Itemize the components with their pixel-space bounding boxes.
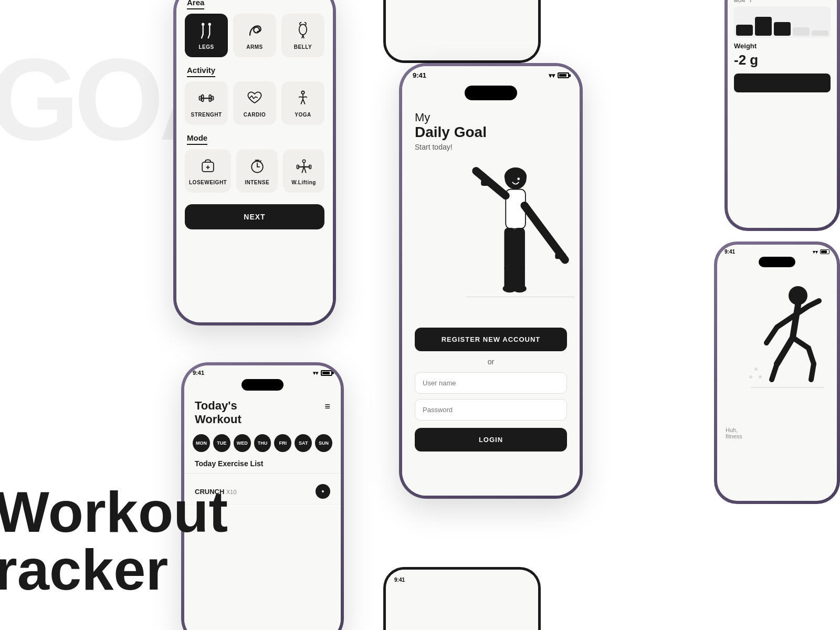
strength-icon [197,89,216,108]
status-bar: 9:41 ▾▾ [402,66,580,79]
password-input[interactable] [415,399,567,421]
bar-3 [774,22,791,36]
activity-section: Activity [176,61,333,77]
huh-label: Huh, [726,427,828,433]
phone-selection: Area LEGS [173,0,336,326]
menu-icon[interactable]: ≡ [324,401,330,412]
arms-card[interactable]: ARMS [233,14,276,57]
svg-point-7 [299,24,307,35]
wlifting-label: W.Lifting [291,180,316,185]
area-section: Area [176,0,333,9]
mode-label: Mode [187,133,207,145]
phone-login: 9:41 ▾▾ My Daily Goal Start today! [399,63,583,499]
activity-label: Activity [187,66,215,77]
day-mon[interactable]: MON [193,434,210,452]
battery-icon [558,72,569,78]
exercise-list-title: Today Exercise List [184,459,341,474]
scale-icon [198,156,217,175]
phone-right-mid: 9:41 ▾▾ [714,242,840,504]
bot-partial-content: 9:41 [386,570,538,594]
belly-card[interactable]: BELLY [281,14,324,57]
weight-label: Weight [734,42,831,50]
register-button[interactable]: REGISTER NEW ACCOUNT [415,328,567,351]
start-label: Start today! [415,143,567,151]
goal-bar [734,74,831,92]
day-mon-label: MON [734,0,745,3]
wifi-right-mid: ▾▾ [813,249,818,255]
day-sun[interactable]: SUN [315,434,332,452]
dynamic-island-mid [759,257,795,267]
strength-label: STRENGHT [191,112,222,118]
day-sat[interactable]: SAT [295,434,312,452]
status-icons: ▾▾ [549,72,569,79]
svg-point-40 [512,285,526,292]
bar-4 [793,27,810,36]
svg-rect-42 [555,253,566,259]
exercise-toggle[interactable]: • [316,484,330,499]
day-labels: MON T [734,0,831,3]
title-line2: racker [0,541,228,598]
yoga-icon [293,89,312,108]
next-button[interactable]: NEXT [185,204,324,229]
time-right-mid: 9:41 [724,249,735,255]
cardio-card[interactable]: CARDIO [233,81,276,125]
day-t-label: T [749,0,752,3]
phone-right-top: GOAL MON T Weight -2 g [724,0,840,231]
workout-title: Today's Workout [195,399,242,427]
dynamic-island [465,86,517,100]
fitness-label: fitness [726,433,828,439]
app-title-display: Workout racker [0,483,228,598]
exercise-illustration [402,151,580,319]
day-tue[interactable]: TUE [213,434,230,452]
time-3: 9:41 [193,370,204,376]
bar-5 [812,30,828,36]
yoga-card[interactable]: YOGA [281,81,324,125]
username-input[interactable] [415,372,567,394]
figure-right-mid [717,269,837,427]
battery-right-mid [820,249,830,254]
svg-point-5 [208,23,211,26]
area-grid: LEGS ARMS [176,9,333,61]
daily-goal-section: My Daily Goal Start today! [402,100,580,151]
svg-line-9 [303,35,304,38]
my-label: My [415,111,567,124]
phone-bot-partial: 9:41 [383,567,541,630]
area-label: Area [187,0,204,9]
legs-card[interactable]: LEGS [185,14,228,57]
svg-point-43 [517,177,520,180]
svg-line-30 [304,167,306,173]
daily-goal-label: Daily Goal [415,124,567,141]
svg-line-2 [202,34,203,38]
phone-top-partial [383,0,541,63]
wifi-icon-3: ▾▾ [313,370,318,376]
svg-point-6 [254,27,259,33]
loseweight-label: LOSEWEIGHT [189,180,227,185]
svg-point-4 [202,23,204,26]
status-icons-3: ▾▾ [313,370,332,376]
svg-rect-41 [481,180,492,185]
loseweight-card[interactable]: LOSEWEIGHT [185,149,231,193]
belly-icon [293,21,312,40]
intense-card[interactable]: INTENSE [236,149,278,193]
day-fri[interactable]: FRI [274,434,291,452]
day-wed[interactable]: WED [234,434,251,452]
strength-card[interactable]: STRENGHT [185,81,228,125]
or-divider: or [415,358,567,366]
battery-icon-3 [321,370,332,376]
fitness-text: Huh, fitness [717,427,837,439]
status-bar-bot: 9:41 [394,577,530,583]
mode-grid: LOSEWEIGHT INTENSE [176,145,333,197]
day-thu[interactable]: THU [254,434,271,452]
goal-content: GOAL MON T Weight -2 g [728,0,837,100]
cardio-label: CARDIO [244,112,266,118]
yoga-label: YOGA [295,112,311,118]
time-display: 9:41 [413,71,426,79]
svg-line-3 [208,34,210,38]
exercise-figure [402,151,580,319]
workout-header: Today's Workout ≡ [184,391,341,427]
wlifting-card[interactable]: W.Lifting [283,149,324,193]
weight-value: -2 g [734,52,831,68]
icons-right-mid: ▾▾ [813,249,830,255]
mode-section: Mode [176,129,333,145]
login-button[interactable]: LOGIN [415,428,567,452]
